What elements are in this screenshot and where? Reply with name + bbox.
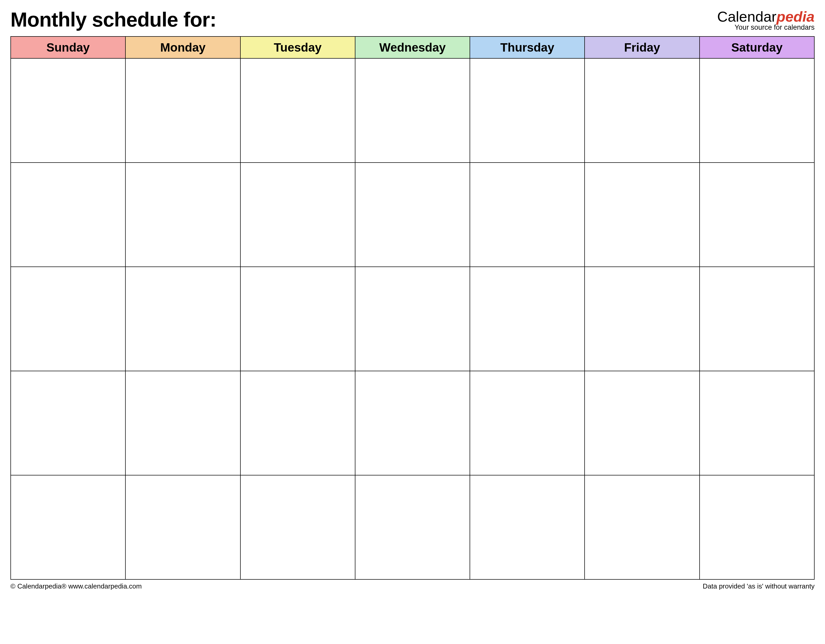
calendar-cell[interactable] — [355, 163, 470, 267]
day-header-thursday: Thursday — [470, 37, 585, 59]
calendar-cell[interactable] — [240, 475, 355, 579]
calendar-cell[interactable] — [11, 163, 125, 267]
logo-part2: pedia — [777, 8, 814, 25]
calendar-cell[interactable] — [355, 59, 470, 163]
calendar-cell[interactable] — [470, 267, 585, 371]
header: Monthly schedule for: Calendarpedia Your… — [11, 8, 814, 32]
calendar-cell[interactable] — [355, 475, 470, 579]
calendar-cell[interactable] — [700, 267, 814, 371]
calendar-cell[interactable] — [240, 371, 355, 475]
calendar-cell[interactable] — [355, 267, 470, 371]
page-title: Monthly schedule for: — [11, 8, 216, 32]
calendar-cell[interactable] — [11, 59, 125, 163]
calendar-cell[interactable] — [125, 371, 240, 475]
calendar-cell[interactable] — [585, 267, 699, 371]
calendar-cell[interactable] — [11, 267, 125, 371]
calendar-cell[interactable] — [11, 371, 125, 475]
calendar-cell[interactable] — [125, 475, 240, 579]
calendar-cell[interactable] — [470, 371, 585, 475]
day-header-tuesday: Tuesday — [240, 37, 355, 59]
day-header-saturday: Saturday — [700, 37, 814, 59]
calendar-cell[interactable] — [240, 59, 355, 163]
logo-text: Calendarpedia — [717, 9, 814, 24]
calendar-cell[interactable] — [125, 267, 240, 371]
calendar-cell[interactable] — [700, 371, 814, 475]
calendar-table: SundayMondayTuesdayWednesdayThursdayFrid… — [11, 36, 814, 580]
day-header-monday: Monday — [125, 37, 240, 59]
calendar-cell[interactable] — [240, 267, 355, 371]
calendar-cell[interactable] — [355, 371, 470, 475]
footer: © Calendarpedia® www.calendarpedia.com D… — [11, 582, 814, 590]
calendar-cell[interactable] — [125, 59, 240, 163]
calendar-cell[interactable] — [700, 475, 814, 579]
copyright-text: © Calendarpedia® www.calendarpedia.com — [11, 582, 142, 590]
calendar-row — [11, 475, 814, 579]
day-header-sunday: Sunday — [11, 37, 125, 59]
calendar-row — [11, 59, 814, 163]
calendar-row — [11, 163, 814, 267]
calendar-cell[interactable] — [470, 59, 585, 163]
calendar-cell[interactable] — [585, 475, 699, 579]
calendar-cell[interactable] — [585, 371, 699, 475]
calendar-cell[interactable] — [240, 163, 355, 267]
disclaimer-text: Data provided 'as is' without warranty — [703, 582, 814, 590]
day-header-wednesday: Wednesday — [355, 37, 470, 59]
day-header-friday: Friday — [585, 37, 699, 59]
calendar-cell[interactable] — [125, 163, 240, 267]
calendar-header-row: SundayMondayTuesdayWednesdayThursdayFrid… — [11, 37, 814, 59]
calendar-body — [11, 59, 814, 579]
calendar-cell[interactable] — [585, 59, 699, 163]
calendar-cell[interactable] — [11, 475, 125, 579]
calendar-row — [11, 371, 814, 475]
calendar-cell[interactable] — [700, 59, 814, 163]
logo-block: Calendarpedia Your source for calendars — [717, 8, 814, 32]
calendar-row — [11, 267, 814, 371]
logo-part1: Calendar — [717, 8, 776, 25]
calendar-cell[interactable] — [585, 163, 699, 267]
calendar-cell[interactable] — [470, 163, 585, 267]
calendar-cell[interactable] — [700, 163, 814, 267]
calendar-cell[interactable] — [470, 475, 585, 579]
